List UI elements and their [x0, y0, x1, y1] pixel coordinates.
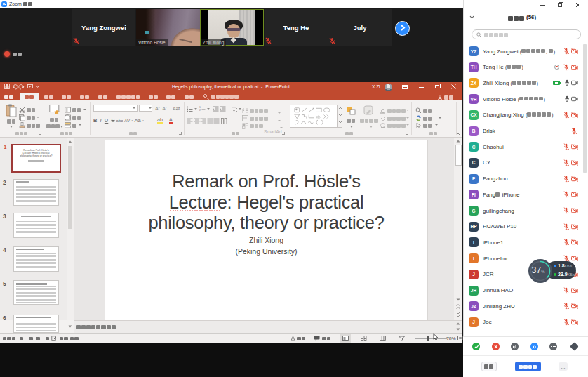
svg-text:2: 2 [199, 109, 201, 112]
